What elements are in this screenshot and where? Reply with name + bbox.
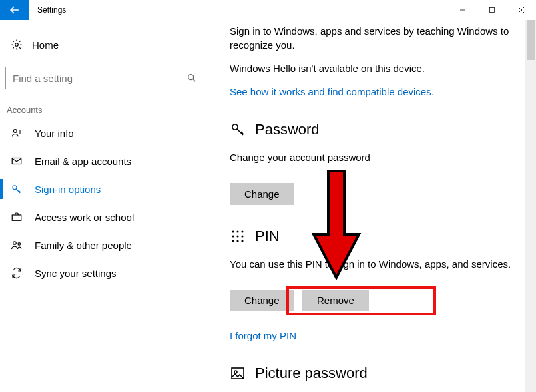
hello-na-text: Windows Hello isn't available on this de… (230, 61, 516, 75)
section-title-pin: PIN (255, 228, 280, 245)
keypad-icon (230, 228, 246, 244)
maximize-button[interactable] (477, 0, 507, 20)
back-button[interactable] (0, 0, 29, 20)
mail-icon (11, 155, 23, 167)
close-button[interactable] (507, 0, 536, 20)
svg-point-4 (13, 130, 17, 133)
people-icon (11, 239, 23, 251)
home-label: Home (32, 39, 59, 51)
category-label: Accounts (7, 105, 204, 115)
sidebar-item-label: Access work or school (35, 212, 134, 223)
window-title: Settings (29, 0, 74, 20)
sidebar-item-your-info[interactable]: Your info (5, 119, 204, 147)
minimize-button[interactable] (448, 0, 477, 20)
search-field[interactable] (13, 73, 186, 84)
svg-point-12 (236, 230, 238, 232)
svg-point-11 (232, 230, 234, 232)
scrollbar[interactable] (525, 20, 536, 392)
sidebar-item-label: Email & app accounts (35, 156, 131, 167)
pin-desc: You can use this PIN to sign in to Windo… (230, 257, 516, 271)
svg-point-14 (232, 235, 234, 237)
svg-point-16 (241, 235, 243, 237)
scrollbar-thumb[interactable] (527, 20, 535, 60)
sync-icon (11, 267, 23, 279)
sidebar-item-label: Sync your settings (35, 268, 117, 279)
svg-point-19 (241, 240, 243, 242)
key-icon (230, 122, 246, 138)
svg-rect-1 (490, 8, 495, 13)
home-nav[interactable]: Home (5, 32, 204, 57)
hello-link[interactable]: See how it works and find compatible dev… (230, 86, 434, 97)
svg-point-15 (236, 235, 238, 237)
pin-remove-button[interactable]: Remove (302, 290, 369, 311)
sidebar-item-signin[interactable]: Sign-in options (5, 175, 204, 203)
password-change-button[interactable]: Change (230, 183, 294, 205)
svg-point-6 (13, 186, 17, 190)
svg-rect-7 (12, 215, 21, 220)
section-title-password: Password (255, 121, 320, 138)
sidebar-item-label: Your info (35, 128, 74, 139)
key-icon (11, 183, 23, 195)
svg-point-8 (13, 242, 17, 245)
svg-point-3 (188, 75, 194, 80)
password-desc: Change your account password (230, 150, 516, 164)
svg-rect-5 (12, 158, 21, 164)
sidebar-item-sync[interactable]: Sync your settings (5, 259, 204, 287)
sidebar-item-label: Family & other people (35, 240, 132, 251)
svg-point-18 (236, 240, 238, 242)
search-icon (186, 73, 197, 83)
section-title-picture: Picture password (255, 365, 368, 382)
hello-intro-text: Sign in to Windows, apps and services by… (230, 24, 516, 52)
svg-point-21 (234, 371, 237, 373)
sidebar-item-work[interactable]: Access work or school (5, 203, 204, 231)
sidebar-item-email[interactable]: Email & app accounts (5, 147, 204, 175)
svg-point-9 (18, 243, 21, 246)
gear-icon (11, 39, 23, 51)
search-input[interactable] (5, 67, 204, 89)
person-icon (11, 127, 23, 139)
forgot-pin-link[interactable]: I forgot my PIN (230, 330, 296, 341)
svg-point-2 (15, 43, 19, 47)
pin-change-button[interactable]: Change (230, 290, 294, 311)
svg-point-13 (241, 230, 243, 232)
picture-icon (230, 365, 246, 381)
sidebar-item-family[interactable]: Family & other people (5, 231, 204, 259)
svg-point-17 (232, 240, 234, 242)
briefcase-icon (11, 211, 23, 223)
sidebar-item-label: Sign-in options (35, 184, 101, 195)
svg-point-10 (232, 124, 238, 130)
